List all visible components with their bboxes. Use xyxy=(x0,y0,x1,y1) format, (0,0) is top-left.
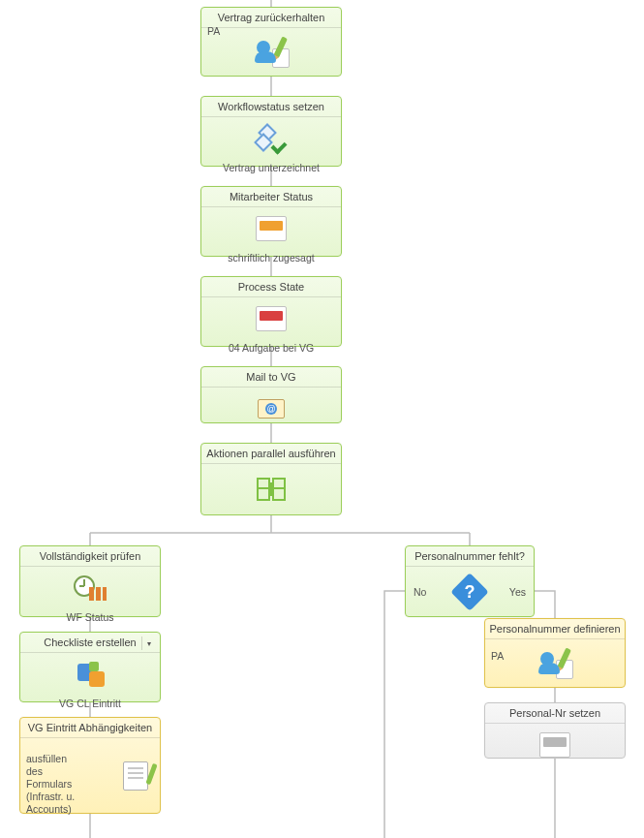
node-personal-nr-setzen[interactable]: Personal-Nr setzen xyxy=(484,702,626,759)
node-title: Vollständigkeit prüfen xyxy=(20,546,160,567)
workflow-check-icon xyxy=(257,126,286,151)
parallel-icon xyxy=(257,478,286,501)
user-edit-icon xyxy=(538,650,571,677)
node-process-state[interactable]: Process State 04 Aufgabe bei VG xyxy=(200,276,342,347)
status-icon xyxy=(256,216,287,241)
decision-yes-label: Yes xyxy=(509,586,526,598)
node-workflowstatus-setzen[interactable]: Workflowstatus setzen Vertrag unterzeich… xyxy=(200,96,342,167)
question-icon: ? xyxy=(450,573,489,611)
user-edit-icon xyxy=(255,39,288,66)
decision-no-label: No xyxy=(414,586,426,598)
node-footer: VG CL Eintritt xyxy=(20,696,160,713)
node-footer: WF Status xyxy=(20,609,160,627)
workflow-canvas: { "nodes": { "n1": { "title": "Vertrag z… xyxy=(0,0,644,838)
status-icon xyxy=(256,306,287,331)
node-title: Personalnummer fehlt? xyxy=(406,546,534,567)
node-mail-to-vg[interactable]: Mail to VG @ xyxy=(200,366,342,423)
node-vg-eintritt-abhaengigkeiten[interactable]: VG Eintritt Abhängigkeiten ausfüllen des… xyxy=(19,717,161,814)
node-checkliste-erstellen[interactable]: Checkliste erstellen ▾ VG CL Eintritt xyxy=(19,632,161,702)
node-mitarbeiter-status[interactable]: Mitarbeiter Status schriftlich zugesagt xyxy=(200,186,342,257)
node-personalnummer-fehlt[interactable]: Personalnummer fehlt? No ? Yes xyxy=(405,545,535,617)
checklist-icon xyxy=(76,662,105,687)
clock-status-icon xyxy=(74,575,107,601)
node-title: Mail to VG xyxy=(201,367,341,388)
node-title: Personal-Nr setzen xyxy=(485,703,625,724)
node-footer: 04 Aufgabe bei VG xyxy=(201,340,341,357)
node-title: Workflowstatus setzen xyxy=(201,97,341,117)
node-title: Mitarbeiter Status xyxy=(201,187,341,207)
form-edit-icon xyxy=(123,761,154,791)
node-title: Personalnummer definieren xyxy=(485,619,625,639)
node-aktionen-parallel[interactable]: Aktionen parallel ausführen xyxy=(200,443,342,515)
node-personalnummer-definieren[interactable]: Personalnummer definieren PA xyxy=(484,618,626,688)
mail-icon: @ xyxy=(258,399,285,419)
status-icon xyxy=(539,732,570,758)
node-footer: Vertrag unterzeichnet xyxy=(201,160,341,177)
node-footer: schriftlich zugesagt xyxy=(201,250,341,267)
node-title: Aktionen parallel ausführen xyxy=(201,444,341,464)
node-title: Checkliste erstellen xyxy=(44,636,136,648)
node-title: Process State xyxy=(201,277,341,297)
chevron-down-icon[interactable]: ▾ xyxy=(141,636,156,650)
node-vollstaendigkeit-pruefen[interactable]: Vollständigkeit prüfen WF Status xyxy=(19,545,161,617)
node-title: VG Eintritt Abhängigkeiten xyxy=(20,718,160,738)
node-vertrag-zurueckerhalten[interactable]: Vertrag zurückerhalten PA xyxy=(200,7,342,77)
node-title: Vertrag zurückerhalten xyxy=(201,8,341,28)
